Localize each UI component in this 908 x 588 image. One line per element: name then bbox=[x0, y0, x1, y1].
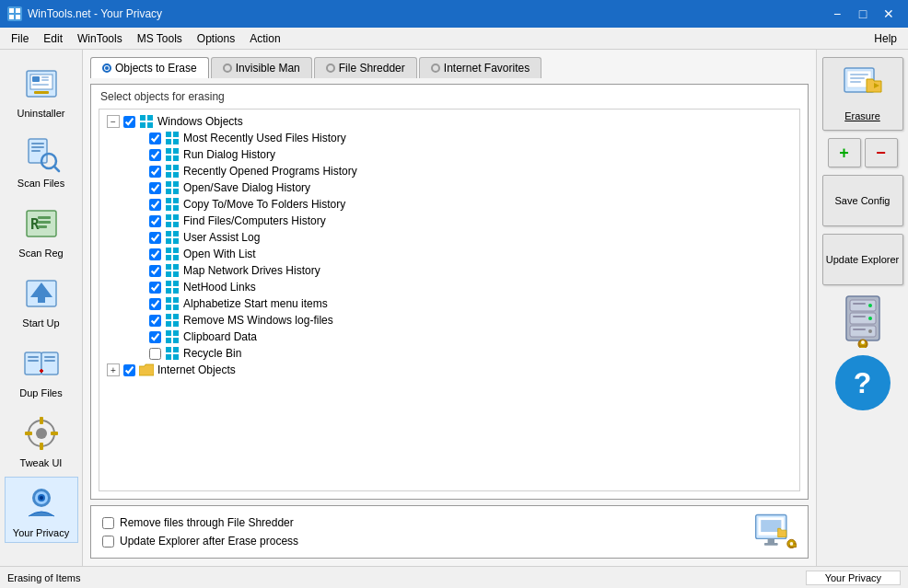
tree-checkbox-windows[interactable] bbox=[123, 116, 135, 128]
svg-rect-19 bbox=[38, 216, 51, 219]
help-button[interactable]: ? bbox=[835, 355, 891, 410]
tree-container[interactable]: − Windows Objects bbox=[99, 109, 800, 491]
svg-rect-37 bbox=[25, 432, 32, 435]
tree-item-findfiles: Find Files/Computers History bbox=[133, 213, 792, 229]
menu-ms-tools[interactable]: MS Tools bbox=[130, 30, 190, 47]
win-icon-run bbox=[165, 147, 180, 162]
bottom-icon bbox=[752, 513, 797, 550]
svg-point-122 bbox=[868, 317, 872, 320]
svg-rect-61 bbox=[166, 189, 171, 194]
checkbox-userassist[interactable] bbox=[149, 232, 161, 244]
tab-invisible-man[interactable]: Invisible Man bbox=[211, 57, 312, 78]
tree-checkbox-internet[interactable] bbox=[123, 364, 135, 376]
tab-objects-to-erase[interactable]: Objects to Erase bbox=[90, 57, 209, 78]
win-icon-recycle bbox=[165, 346, 180, 361]
checkbox-copymove[interactable] bbox=[149, 199, 161, 211]
remove-icon: − bbox=[876, 144, 886, 163]
checkbox-alphabetize[interactable] bbox=[149, 298, 161, 310]
close-button[interactable]: ✕ bbox=[877, 4, 901, 24]
sidebar-item-dup-files[interactable]: Dup Files bbox=[5, 337, 78, 403]
win-icon-clipboard bbox=[165, 329, 180, 344]
svg-rect-86 bbox=[173, 288, 179, 294]
menu-options[interactable]: Options bbox=[190, 30, 242, 47]
checkbox-mru[interactable] bbox=[149, 133, 161, 144]
checkbox-clipboard[interactable] bbox=[149, 331, 161, 343]
checkbox-removelogs[interactable] bbox=[149, 315, 161, 327]
svg-rect-14 bbox=[31, 150, 41, 152]
label-opensave: Open/Save Dialog History bbox=[183, 181, 310, 194]
tree-item-recycle: Recycle Bin bbox=[133, 345, 792, 362]
maximize-button[interactable]: □ bbox=[851, 4, 875, 24]
uninstaller-label: Uninstaller bbox=[17, 108, 65, 119]
checkbox-mapnetwork[interactable] bbox=[149, 265, 161, 277]
sidebar-item-uninstaller[interactable]: Uninstaller bbox=[5, 57, 78, 123]
menu-file[interactable]: File bbox=[4, 30, 36, 47]
svg-rect-85 bbox=[166, 288, 171, 294]
svg-rect-96 bbox=[173, 330, 179, 336]
sidebar-item-your-privacy[interactable]: Your Privacy bbox=[5, 477, 78, 543]
tree-windows-objects-label: Windows Objects bbox=[157, 115, 243, 128]
panel-title: Select objects for erasing bbox=[91, 85, 808, 109]
checkbox-opensave[interactable] bbox=[149, 182, 161, 194]
erasure-label: Erasure bbox=[844, 110, 880, 121]
svg-rect-54 bbox=[173, 156, 179, 161]
sidebar-item-scan-files[interactable]: Scan Files bbox=[5, 127, 78, 193]
checkbox-file-shredder[interactable] bbox=[102, 517, 114, 529]
tab-objects-label: Objects to Erase bbox=[115, 62, 197, 75]
svg-rect-93 bbox=[166, 321, 171, 327]
svg-line-16 bbox=[54, 167, 59, 171]
checkbox-openwith[interactable] bbox=[149, 248, 161, 260]
menu-action[interactable]: Action bbox=[242, 30, 287, 47]
tab-shredder-label: File Shredder bbox=[339, 62, 405, 75]
checkbox-recycle[interactable] bbox=[149, 348, 161, 360]
remove-button[interactable]: − bbox=[865, 138, 898, 167]
checkbox-nethood[interactable] bbox=[149, 282, 161, 294]
tree-item-copymove: Copy To/Move To Folders History bbox=[133, 196, 792, 213]
svg-rect-107 bbox=[764, 543, 778, 546]
svg-point-123 bbox=[868, 329, 872, 333]
sidebar: Uninstaller Scan Files R bbox=[0, 50, 83, 566]
tree-item-userassist: User Assist Log bbox=[133, 229, 792, 246]
tab-file-shredder[interactable]: File Shredder bbox=[314, 57, 417, 78]
sidebar-item-scan-reg[interactable]: R Scan Reg bbox=[5, 197, 78, 263]
tab-internet-favorites[interactable]: Internet Favorites bbox=[419, 57, 541, 78]
menu-edit[interactable]: Edit bbox=[36, 30, 70, 47]
svg-rect-71 bbox=[166, 231, 171, 236]
erasure-button[interactable]: Erasure bbox=[822, 57, 903, 131]
your-privacy-label: Your Privacy bbox=[13, 527, 69, 538]
right-panel: Erasure + − Save Config Update Explorer bbox=[816, 50, 908, 566]
checkbox-recent-programs[interactable] bbox=[149, 166, 161, 178]
svg-rect-20 bbox=[38, 221, 51, 224]
checkbox-update-explorer[interactable] bbox=[102, 536, 114, 548]
svg-rect-47 bbox=[166, 132, 171, 137]
checkbox-findfiles[interactable] bbox=[149, 215, 161, 227]
update-explorer-button[interactable]: Update Explorer bbox=[822, 234, 903, 285]
tree-item-nethood: NetHood Links bbox=[133, 279, 792, 295]
check-row-shredder: Remove files through File Shredder bbox=[102, 516, 298, 529]
checkbox-run[interactable] bbox=[149, 149, 161, 161]
svg-rect-76 bbox=[173, 248, 179, 253]
sidebar-item-start-up[interactable]: Start Up bbox=[5, 267, 78, 333]
sidebar-item-tweak-ui[interactable]: Tweak UI bbox=[5, 407, 78, 473]
win-icon-alphabetize bbox=[165, 296, 180, 311]
tree-expand-windows[interactable]: − bbox=[107, 115, 120, 128]
svg-rect-8 bbox=[41, 79, 49, 81]
tree-item-mru: Most Recently Used Files History bbox=[133, 130, 792, 146]
svg-rect-69 bbox=[166, 222, 171, 227]
svg-rect-60 bbox=[173, 181, 179, 187]
tree-expand-internet[interactable]: + bbox=[107, 363, 120, 376]
svg-rect-63 bbox=[166, 198, 171, 203]
svg-point-42 bbox=[40, 496, 43, 500]
minimize-button[interactable]: − bbox=[825, 4, 849, 24]
menu-wintools[interactable]: WinTools bbox=[70, 30, 130, 47]
label-mru: Most Recently Used Files History bbox=[183, 132, 346, 144]
add-button[interactable]: + bbox=[828, 138, 861, 167]
dup-files-label: Dup Files bbox=[19, 387, 62, 398]
save-config-button[interactable]: Save Config bbox=[822, 175, 903, 226]
svg-rect-64 bbox=[173, 198, 179, 203]
svg-rect-125 bbox=[853, 316, 866, 317]
svg-rect-52 bbox=[173, 148, 179, 154]
menu-bar: File Edit WinTools MS Tools Options Acti… bbox=[0, 28, 908, 50]
win-icon-mru bbox=[165, 131, 180, 145]
menu-help[interactable]: Help bbox=[867, 30, 904, 47]
